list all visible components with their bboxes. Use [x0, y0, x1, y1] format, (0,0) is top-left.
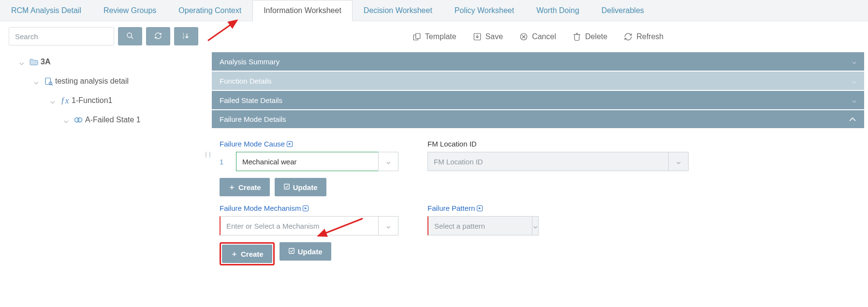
svg-rect-5	[45, 78, 51, 85]
tab-operating-context[interactable]: Operating Context	[167, 0, 252, 21]
svg-point-0	[127, 33, 132, 37]
chevron-down-icon: ⌵	[386, 222, 390, 230]
cause-index: 1	[220, 152, 236, 171]
chevron-down-icon: ⌵	[852, 96, 856, 104]
tab-review-groups[interactable]: Review Groups	[92, 0, 167, 21]
tree-node-label: testing analysis detail	[55, 77, 129, 86]
tab-bar: RCM Analysis Detail Review Groups Operat…	[0, 0, 868, 21]
tab-worth-doing[interactable]: Worth Doing	[525, 0, 590, 21]
chevron-down-icon: ⌵	[386, 158, 390, 165]
tree-node-failed-state[interactable]: ⌵ A-Failed State 1	[9, 110, 198, 130]
tab-policy-worksheet[interactable]: Policy Worksheet	[443, 0, 525, 21]
failure-mode-cause-label[interactable]: Failure Mode Cause ▸	[220, 140, 398, 148]
toolbar-label: Refresh	[636, 32, 663, 41]
info-icon: ▸	[287, 141, 293, 147]
svg-text:1: 1	[183, 32, 185, 35]
nav-tree: ⌵ 3A ⌵ testing analysis detail ⌵ ƒx 1-Fu…	[9, 52, 198, 130]
section-title: Failure Mode Details	[220, 115, 286, 123]
toolbar-label: Delete	[585, 32, 607, 41]
chevron-down-icon: ⌵	[852, 76, 856, 85]
info-icon: ▸	[303, 205, 309, 211]
cancel-button[interactable]: Cancel	[519, 32, 556, 41]
delete-button[interactable]: Delete	[573, 32, 607, 41]
refresh-icon	[624, 32, 633, 41]
delete-icon	[573, 32, 581, 41]
sort-button[interactable]: 12	[174, 27, 198, 45]
search-input[interactable]	[9, 27, 114, 45]
failure-mode-form: Failure Mode Cause ▸ 1 ⌵ ＋ Create	[212, 129, 864, 275]
update-icon	[283, 183, 290, 191]
chevron-down-icon: ⌵	[677, 158, 680, 165]
section-title: Function Details	[220, 77, 272, 85]
failed-state-icon	[72, 116, 85, 124]
folder-icon	[27, 58, 41, 66]
chevron-down-icon[interactable]: ⌵	[61, 116, 72, 125]
tree-node-analysis[interactable]: ⌵ testing analysis detail	[9, 72, 198, 91]
chevron-up-icon	[849, 115, 856, 123]
update-cause-button[interactable]: Update	[275, 178, 326, 196]
template-button[interactable]: Template	[412, 32, 456, 41]
chevron-down-icon: ⌵	[852, 57, 856, 66]
dropdown-toggle[interactable]: ⌵	[378, 216, 398, 235]
failure-mode-mechanism-input[interactable]	[220, 216, 378, 235]
toolbar-label: Template	[425, 32, 456, 41]
tab-decision-worksheet[interactable]: Decision Worksheet	[353, 0, 443, 21]
refresh-icon	[154, 32, 162, 41]
tree-node-label: 3A	[41, 58, 50, 66]
main-toolbar: Template Save Cancel Delete	[212, 21, 864, 52]
section-title: Failed State Details	[220, 96, 282, 104]
section-analysis-summary[interactable]: Analysis Summary ⌵	[212, 52, 864, 71]
toolbar-label: Cancel	[532, 32, 556, 41]
fm-location-input[interactable]	[427, 152, 668, 171]
failure-mode-mechanism-label[interactable]: Failure Mode Mechanism ▸	[220, 204, 398, 212]
svg-text:2: 2	[183, 36, 185, 39]
plus-icon: ＋	[231, 249, 238, 259]
analysis-icon	[42, 77, 55, 86]
pane-splitter[interactable]: ❙❙	[203, 21, 212, 287]
dropdown-toggle[interactable]: ⌵	[532, 216, 539, 235]
toolbar-label: Save	[485, 32, 503, 41]
save-button[interactable]: Save	[473, 32, 503, 41]
plus-icon: ＋	[228, 183, 235, 192]
search-icon	[126, 32, 134, 41]
chevron-down-icon[interactable]: ⌵	[16, 58, 27, 67]
svg-line-7	[52, 85, 53, 86]
button-label: Update	[293, 183, 318, 191]
update-mechanism-button[interactable]: Update	[280, 242, 331, 261]
cancel-icon	[519, 32, 528, 41]
tree-node-label: 1-Function1	[72, 96, 113, 105]
section-failure-mode-details[interactable]: Failure Mode Details	[212, 110, 864, 128]
save-icon	[473, 32, 482, 41]
svg-rect-10	[416, 33, 420, 39]
section-function-details[interactable]: Function Details ⌵	[212, 72, 864, 90]
failure-pattern-input[interactable]	[427, 216, 532, 235]
update-icon	[288, 248, 295, 256]
refresh-button[interactable]: Refresh	[624, 32, 663, 41]
refresh-tree-button[interactable]	[146, 27, 170, 45]
svg-rect-16	[284, 184, 289, 189]
button-label: Create	[241, 250, 264, 258]
dropdown-toggle[interactable]: ⌵	[668, 152, 689, 171]
section-failed-state-details[interactable]: Failed State Details ⌵	[212, 91, 864, 109]
section-title: Analysis Summary	[220, 58, 280, 66]
create-cause-button[interactable]: ＋ Create	[220, 178, 270, 196]
chevron-down-icon[interactable]: ⌵	[47, 96, 58, 105]
tab-rcm-analysis-detail[interactable]: RCM Analysis Detail	[0, 0, 92, 21]
highlight-annotation: ＋ Create	[220, 242, 275, 265]
create-mechanism-button[interactable]: ＋ Create	[222, 245, 272, 263]
failure-mode-cause-input[interactable]	[236, 152, 378, 171]
tree-node-function[interactable]: ⌵ ƒx 1-Function1	[9, 91, 198, 110]
chevron-down-icon[interactable]: ⌵	[31, 77, 42, 86]
search-button[interactable]	[118, 27, 142, 45]
svg-rect-17	[289, 248, 294, 253]
button-label: Update	[298, 248, 323, 256]
tab-information-worksheet[interactable]: Information Worksheet	[252, 0, 353, 21]
dropdown-toggle[interactable]: ⌵	[378, 152, 398, 171]
button-label: Create	[238, 183, 261, 191]
template-icon	[412, 32, 421, 41]
failure-pattern-label[interactable]: Failure Pattern ▸	[427, 204, 539, 212]
tree-node-root[interactable]: ⌵ 3A	[9, 52, 198, 72]
tab-deliverables[interactable]: Deliverables	[590, 0, 655, 21]
svg-point-9	[78, 118, 82, 122]
info-icon: ▸	[477, 205, 483, 211]
